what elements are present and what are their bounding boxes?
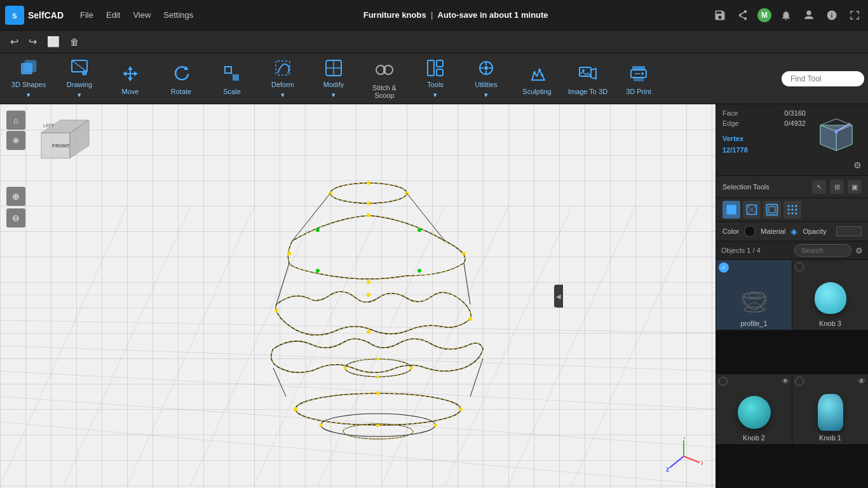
knob1-visibility-icon[interactable]: 👁: [858, 377, 865, 386]
logo: S SelfCAD: [5, 6, 64, 25]
mode-wireframe-icon[interactable]: [743, 201, 761, 219]
svg-line-10: [231, 73, 233, 74]
menu-view[interactable]: View: [126, 6, 157, 24]
svg-rect-17: [428, 60, 434, 76]
logo-icon: S: [5, 6, 24, 25]
center-button[interactable]: ⊕: [6, 131, 25, 150]
logo-text: SelfCAD: [28, 10, 64, 20]
knob3-radio: [795, 262, 804, 271]
svg-point-64: [275, 309, 278, 313]
home-button[interactable]: ⌂: [6, 111, 25, 130]
zoom-out-button[interactable]: ⊖: [6, 208, 25, 227]
material-icon[interactable]: ◈: [790, 226, 797, 236]
svg-point-115: [788, 208, 790, 210]
right-panel: Face 0/3160 Edge 0/4932 Vertex 12/1778: [715, 104, 868, 488]
panel-collapse-button[interactable]: ◀: [554, 285, 563, 308]
tool-rotate[interactable]: Rotate: [156, 56, 206, 102]
material-label: Material: [761, 227, 785, 235]
svg-point-57: [367, 280, 370, 284]
cube-widget[interactable]: FRONT LEFT: [32, 111, 95, 174]
objects-grid: ✓ profile_1: [716, 260, 868, 488]
panel-settings-icon[interactable]: ⚙: [853, 160, 862, 170]
scale-icon: [220, 62, 243, 85]
selection-arrow-icon[interactable]: ↖: [812, 180, 826, 194]
tool-stitch-scoop[interactable]: Stitch & Scoop: [360, 56, 409, 102]
notification-icon[interactable]: [778, 7, 794, 24]
svg-point-72: [344, 367, 347, 370]
tool-utilities[interactable]: Utilities▾: [461, 56, 511, 102]
tool-label-drawing: Drawing: [67, 81, 92, 88]
tool-label-3d-shapes: 3D Shapes: [11, 81, 46, 88]
tool-move[interactable]: Move: [105, 56, 155, 102]
redo-button[interactable]: ↪: [25, 33, 41, 50]
mode-box-icon[interactable]: [763, 201, 781, 219]
svg-point-81: [459, 407, 463, 411]
svg-line-62: [292, 193, 330, 241]
knob3-label: Knob 3: [819, 320, 841, 327]
svg-point-119: [791, 212, 793, 214]
tool-sculpting[interactable]: Sculpting: [512, 56, 562, 102]
tool-3d-shapes[interactable]: 3D Shapes▾: [4, 56, 53, 102]
mode-solid-icon[interactable]: [722, 201, 740, 219]
tool-drawing[interactable]: Drawing▾: [55, 56, 104, 102]
objects-settings-icon[interactable]: ⚙: [855, 246, 863, 255]
undo-button[interactable]: ↩: [6, 33, 22, 50]
menu-file[interactable]: File: [74, 6, 100, 24]
menu-settings[interactable]: Settings: [157, 6, 200, 24]
save-icon[interactable]: [712, 7, 728, 24]
utilities-icon: [475, 58, 498, 78]
search-input[interactable]: [794, 244, 851, 257]
svg-point-80: [294, 407, 297, 411]
zoom-in-button[interactable]: ⊕: [6, 187, 25, 206]
rotate-icon: [170, 62, 193, 85]
opacity-input[interactable]: 100: [836, 226, 862, 236]
tool-label-tools: Tools: [427, 81, 444, 88]
tool-3d-print[interactable]: 3D Print: [614, 56, 663, 102]
object-knob3[interactable]: Knob 3: [792, 260, 868, 330]
svg-point-73: [410, 367, 413, 370]
svg-line-39: [64, 206, 191, 485]
svg-point-86: [434, 424, 437, 427]
object-knob2[interactable]: 👁 Knob 2: [716, 374, 792, 444]
object-profile1[interactable]: ✓ profile_1: [716, 260, 792, 330]
tool-label-utilities: Utilities: [475, 81, 497, 88]
3d-cube-widget[interactable]: [811, 109, 862, 160]
object-knob1[interactable]: 👁 Knob 1: [792, 374, 868, 444]
toggle-button[interactable]: ⬜: [43, 33, 64, 50]
svg-point-61: [417, 269, 421, 273]
mode-points-icon[interactable]: [783, 201, 801, 219]
svg-rect-9: [233, 74, 239, 81]
svg-rect-106: [727, 205, 736, 215]
knob3-thumbnail: [811, 279, 850, 317]
fullscreen-icon[interactable]: [846, 7, 863, 24]
viewport[interactable]: ⌂ ⊕ FRONT LEFT ⊕ ⊖ X Y: [0, 104, 715, 488]
tool-deform[interactable]: Deform▾: [258, 56, 308, 102]
svg-point-30: [641, 72, 644, 75]
tool-scale[interactable]: Scale: [207, 56, 257, 102]
svg-point-21: [484, 66, 488, 70]
svg-rect-8: [225, 67, 231, 73]
m-badge[interactable]: M: [757, 8, 771, 22]
svg-point-82: [376, 391, 380, 395]
delete-button[interactable]: 🗑: [66, 34, 83, 50]
svg-line-98: [670, 456, 684, 468]
user-icon[interactable]: [801, 7, 817, 24]
color-swatch[interactable]: [744, 226, 756, 237]
svg-point-54: [287, 252, 291, 255]
tool-label-modify: Modify: [323, 81, 344, 88]
tool-image-to-3d[interactable]: Image To 3D: [563, 56, 613, 102]
svg-line-76: [273, 368, 286, 396]
share-icon[interactable]: [735, 7, 751, 24]
knob2-visibility-icon[interactable]: 👁: [782, 377, 789, 386]
svg-rect-29: [634, 78, 644, 81]
tool-tools[interactable]: Tools▾: [410, 56, 460, 102]
info-icon[interactable]: [824, 7, 840, 24]
svg-point-74: [377, 358, 380, 361]
svg-point-117: [795, 208, 797, 210]
find-tool-input[interactable]: [782, 71, 864, 86]
axes-widget: X Y Z: [665, 437, 703, 475]
selection-grid-icon[interactable]: ⊞: [830, 180, 844, 194]
menu-edit[interactable]: Edit: [100, 6, 126, 24]
tool-modify[interactable]: Modify▾: [309, 56, 358, 102]
selection-box-icon[interactable]: ▣: [848, 180, 862, 194]
